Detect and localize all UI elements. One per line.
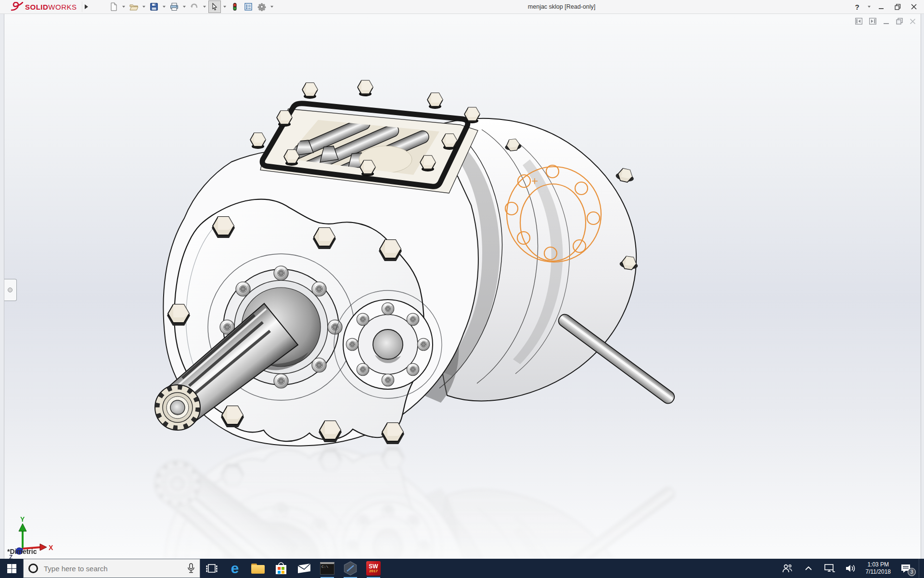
graphics-viewport[interactable]: Y X Z *Dimetric [4, 13, 921, 559]
toolbar-flyout-button[interactable] [82, 1, 91, 12]
edge-icon: e [231, 561, 239, 576]
chevron-up-icon [805, 566, 812, 571]
open-caret[interactable] [142, 6, 145, 8]
open-icon [129, 2, 138, 11]
notification-badge: 3 [908, 568, 916, 576]
toolbar-options-caret[interactable] [270, 6, 273, 8]
undo-icon [190, 2, 199, 11]
people-button[interactable] [779, 559, 796, 578]
print-caret[interactable] [183, 6, 186, 8]
pane-collapse-left-icon[interactable] [855, 18, 862, 25]
brand-works: WORKS [48, 3, 77, 11]
taskbar-item-solidworks-2017[interactable]: SW 2017 [362, 559, 385, 578]
minimize-icon [878, 4, 884, 10]
save-caret[interactable] [163, 6, 166, 8]
solidworks-2017-icon: SW 2017 [366, 561, 381, 576]
view-orientation-label: *Dimetric [7, 548, 37, 555]
panel-handle-icon [8, 288, 13, 292]
open-button[interactable] [128, 0, 140, 13]
options-gear-icon [257, 2, 266, 11]
taskbar-item-command-prompt[interactable]: C:\ [316, 559, 339, 578]
taskbar-clock[interactable]: 1:03 PM 7/11/2018 [864, 561, 893, 576]
select-cursor-icon [210, 2, 219, 11]
taskbar: e C:\ [0, 559, 924, 578]
gearbox-model[interactable]: Y X Z [4, 13, 921, 559]
tray-time: 1:03 PM [867, 561, 889, 568]
tray-date: 7/11/2018 [866, 568, 891, 576]
restore-button[interactable] [890, 1, 905, 13]
restore-icon [895, 4, 901, 10]
show-desktop-button[interactable] [919, 559, 922, 578]
new-caret[interactable] [122, 6, 125, 8]
taskbar-item-mail[interactable] [293, 559, 316, 578]
store-icon [275, 562, 287, 575]
brand-solid: SOLID [25, 3, 48, 11]
doc-close-icon[interactable] [910, 18, 916, 25]
save-icon [150, 2, 158, 11]
new-document-button[interactable] [107, 0, 120, 13]
undo-caret[interactable] [203, 6, 206, 8]
taskbar-item-edge[interactable]: e [223, 559, 246, 578]
help-caret[interactable] [868, 6, 871, 8]
mail-icon [297, 563, 311, 574]
system-tray: 1:03 PM 7/11/2018 3 [779, 559, 924, 578]
task-view-icon [206, 563, 218, 574]
search-input[interactable] [43, 564, 182, 573]
new-document-icon [109, 2, 118, 11]
taskbar-item-hex-app[interactable] [339, 559, 362, 578]
options-button[interactable] [256, 0, 268, 13]
taskbar-item-file-explorer[interactable] [246, 559, 270, 578]
toolbar [107, 0, 275, 13]
close-icon [911, 4, 917, 10]
file-properties-icon [244, 2, 253, 11]
rebuild-button[interactable] [229, 0, 241, 13]
people-icon [782, 564, 793, 573]
pane-expand-right-icon[interactable] [869, 18, 876, 25]
file-properties-button[interactable] [242, 0, 255, 13]
featuremanager-collapsed-tab[interactable] [4, 279, 17, 301]
print-button[interactable] [168, 0, 180, 13]
command-prompt-icon: C:\ [320, 562, 334, 575]
titlebar: SOLIDWORKS [0, 0, 924, 14]
document-window-controls [855, 18, 916, 25]
window-title: menjac sklop [Read-only] [528, 0, 595, 13]
taskbar-search[interactable] [23, 559, 200, 578]
rebuild-traffic-light-icon [231, 2, 239, 11]
screen: SOLIDWORKS [0, 0, 924, 578]
hidden-icons-button[interactable] [800, 559, 817, 578]
solidworks-logo: SOLIDWORKS [0, 0, 82, 13]
file-explorer-icon [251, 564, 265, 574]
network-button[interactable] [821, 559, 838, 578]
doc-minimize-icon[interactable] [883, 18, 889, 25]
close-button[interactable] [907, 1, 921, 13]
undo-button[interactable] [188, 0, 201, 13]
triad-x-label: X [49, 544, 53, 552]
doc-restore-icon[interactable] [896, 18, 903, 25]
windows-logo-icon [7, 564, 16, 573]
microphone-icon[interactable] [187, 563, 195, 574]
floor-reflection [155, 445, 677, 559]
help-button[interactable]: ? [850, 1, 864, 13]
triad-y-label: Y [20, 515, 25, 523]
print-icon [170, 2, 179, 11]
ds-logo-icon [9, 2, 23, 12]
window-controls: ? [850, 0, 921, 13]
action-center-button[interactable]: 3 [898, 559, 914, 578]
cortana-icon [28, 564, 38, 573]
start-button[interactable] [0, 559, 23, 578]
select-tool-button[interactable] [208, 0, 221, 13]
brand-text: SOLIDWORKS [25, 3, 77, 11]
volume-button[interactable] [843, 559, 859, 578]
select-caret[interactable] [223, 6, 226, 8]
save-button[interactable] [148, 0, 160, 13]
minimize-button[interactable] [874, 1, 888, 13]
network-icon [824, 564, 835, 573]
hex-app-icon [343, 561, 358, 576]
speaker-icon [845, 564, 857, 573]
taskbar-item-store[interactable] [270, 559, 293, 578]
task-view-button[interactable] [200, 559, 223, 578]
